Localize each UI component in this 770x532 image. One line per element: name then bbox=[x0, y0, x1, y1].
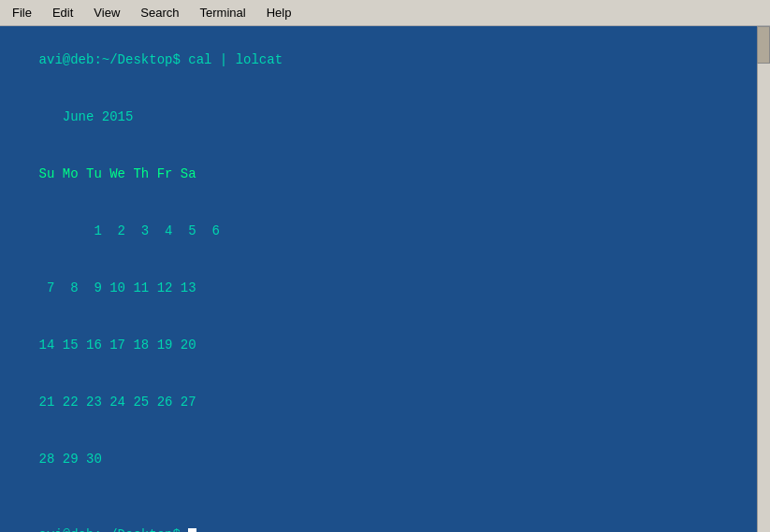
menu-edit[interactable]: Edit bbox=[44, 3, 81, 22]
menu-terminal[interactable]: Terminal bbox=[192, 3, 254, 22]
calendar-row-1: 1 2 3 4 5 6 bbox=[7, 203, 763, 260]
menu-view[interactable]: View bbox=[85, 3, 128, 22]
calendar-row-3: 14 15 16 17 18 19 20 bbox=[7, 316, 763, 373]
menu-search[interactable]: Search bbox=[132, 3, 187, 22]
prompt-line[interactable]: avi@deb:~/Desktop$ bbox=[7, 506, 763, 532]
menu-file[interactable]: File bbox=[4, 3, 40, 22]
prompt1: avi@deb:~/Desktop$ cal | lolcat bbox=[39, 52, 283, 67]
scrollbar-thumb[interactable] bbox=[757, 26, 770, 64]
menubar: File Edit View Search Terminal Help bbox=[0, 0, 770, 26]
calendar-row-4: 21 22 23 24 25 26 27 bbox=[7, 373, 763, 430]
calendar-title: June 2015 bbox=[7, 89, 763, 146]
command-line: avi@deb:~/Desktop$ cal | lolcat bbox=[7, 32, 763, 89]
menu-help[interactable]: Help bbox=[258, 3, 300, 22]
scrollbar-track[interactable] bbox=[757, 26, 770, 532]
empty-line bbox=[7, 487, 763, 506]
prompt2: avi@deb:~/Desktop$ bbox=[39, 527, 189, 532]
calendar-header: Su Mo Tu We Th Fr Sa bbox=[7, 146, 763, 203]
terminal: avi@deb:~/Desktop$ cal | lolcat June 201… bbox=[0, 26, 770, 532]
calendar-row-5: 28 29 30 bbox=[7, 430, 763, 487]
cursor bbox=[188, 528, 196, 532]
calendar-row-2: 7 8 9 10 11 12 13 bbox=[7, 260, 763, 317]
